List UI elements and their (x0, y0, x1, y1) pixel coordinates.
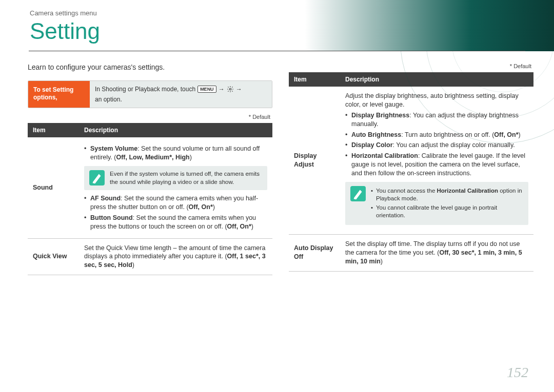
instruction-prefix: In Shooting or Playback mode, touch (95, 85, 195, 93)
instruction-suffix: an option. (95, 95, 122, 104)
pen-note-icon (350, 186, 366, 201)
note-bold: Horizontal Calibration (437, 188, 498, 194)
settings-table-right: Item Description Display Adjust Adjust t… (289, 72, 533, 272)
settings-table-left: Item Description Sound System Volume: Se… (28, 123, 272, 275)
opt-label: AF Sound (90, 195, 121, 202)
arrow-icon: → (219, 85, 225, 93)
opt-close: ) (190, 154, 192, 161)
gear-icon (227, 86, 234, 93)
row-item-sound: Sound (28, 137, 79, 238)
instruction-label: To set Setting options, (28, 81, 90, 108)
col-header-desc: Description (79, 123, 272, 137)
row-item-display-adjust: Display Adjust (289, 87, 340, 234)
page-number: 152 (507, 364, 528, 381)
note-box: You cannot access the Horizontal Calibra… (345, 182, 528, 225)
note-text: You cannot access the Horizontal Calibra… (371, 186, 523, 221)
opt-label: Horizontal Calibration (351, 152, 418, 159)
row-item-auto-display-off: Auto Display Off (289, 234, 340, 271)
list-item: AF Sound: Set the sound the camera emits… (84, 194, 267, 212)
note-item: You cannot calibrate the level gauge in … (371, 204, 523, 220)
left-column: Learn to configure your cameras's settin… (28, 63, 272, 275)
opt-text: : You can adjust the display color manua… (393, 141, 515, 149)
opt-close: ) (132, 261, 134, 269)
page-header: Camera settings menu Setting (0, 0, 554, 51)
svg-point-0 (229, 88, 231, 90)
instruction-bar: To set Setting options, In Shooting or P… (28, 80, 272, 108)
list-item: Display Color: You can adjust the displa… (345, 141, 528, 150)
list-item: System Volume: Set the sound volume or t… (84, 145, 267, 162)
breadcrumb: Camera settings menu (30, 9, 97, 17)
opt-close: ) (251, 223, 253, 230)
opt-label: Auto Brightness (351, 131, 401, 138)
col-header-item: Item (289, 72, 340, 87)
table-row: Sound System Volume: Set the sound volum… (28, 137, 272, 238)
menu-key-icon: MENU (197, 86, 216, 93)
col-header-desc: Description (340, 72, 533, 87)
table-row: Display Adjust Adjust the display bright… (289, 87, 533, 234)
opt-label: Button Sound (90, 214, 133, 221)
opt-close: ) (519, 131, 521, 138)
note-text: Even if the system volume is turned off,… (110, 170, 262, 186)
row-lead: Adjust the display brightness, auto brig… (345, 92, 528, 109)
default-footnote: * Default (289, 63, 531, 70)
opt-text: : Turn auto brightness on or off. ( (401, 131, 494, 138)
list-item: Auto Brightness: Turn auto brightness on… (345, 131, 528, 139)
opt-label: Display Brightness (351, 112, 409, 119)
intro-text: Learn to configure your cameras's settin… (28, 63, 272, 72)
row-desc-auto-display-off: Set the display off time. The display tu… (340, 234, 533, 271)
instruction-body: In Shooting or Playback mode, touch MENU… (90, 81, 272, 108)
default-footnote: * Default (28, 113, 270, 121)
opt-values: Off, Low, Medium*, High (116, 154, 189, 161)
opt-values: Off, On* (227, 223, 251, 230)
header-rule (29, 51, 525, 51)
table-row: Auto Display Off Set the display off tim… (289, 234, 533, 271)
opt-close: ) (213, 203, 215, 211)
opt-values: Off, On* (189, 203, 213, 211)
page-title: Setting (30, 18, 100, 44)
opt-label: Display Color (351, 141, 393, 149)
opt-close: ) (381, 258, 383, 265)
list-item: Display Brightness: You can adjust the d… (345, 111, 528, 129)
table-row: Quick View Set the Quick View time lengt… (28, 238, 272, 275)
list-item: Horizontal Calibration: Calibrate the le… (345, 152, 528, 178)
note-part: You cannot access the (376, 188, 437, 194)
opt-label: System Volume (90, 145, 137, 152)
note-item: You cannot access the Horizontal Calibra… (371, 187, 523, 203)
arrow-icon: → (236, 85, 242, 93)
col-header-item: Item (28, 123, 79, 137)
opt-values: Off, On* (494, 131, 518, 138)
note-box: Even if the system volume is turned off,… (84, 166, 267, 190)
right-column: * Default Item Description Display Adjus… (289, 63, 533, 275)
list-item: Button Sound: Set the sound the camera e… (84, 214, 267, 231)
row-desc-quickview: Set the Quick View time length – the amo… (79, 238, 272, 275)
pen-note-icon (89, 170, 105, 185)
row-item-quickview: Quick View (28, 238, 79, 275)
